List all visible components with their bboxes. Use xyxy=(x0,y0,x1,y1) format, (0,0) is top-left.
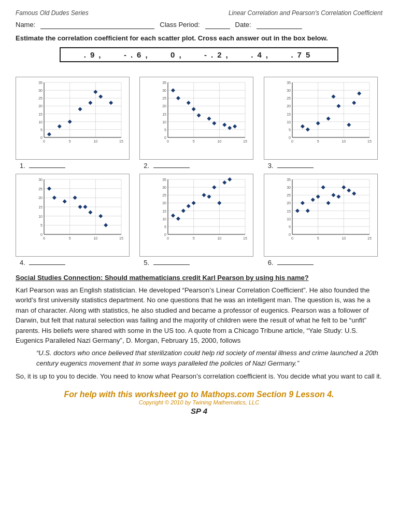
svg-marker-101 xyxy=(336,104,340,108)
svg-marker-33 xyxy=(109,101,113,105)
svg-marker-60 xyxy=(171,88,175,92)
svg-marker-207 xyxy=(326,201,330,205)
svg-text:20: 20 xyxy=(38,104,42,108)
graph-label-6: 6. xyxy=(268,259,314,267)
svg-text:0: 0 xyxy=(167,139,169,143)
graph-label-3: 3. xyxy=(268,162,314,170)
svg-marker-166 xyxy=(181,209,186,213)
series-title: Famous Old Dudes Series xyxy=(16,9,89,17)
svg-marker-134 xyxy=(83,205,87,209)
svg-text:10: 10 xyxy=(218,236,222,240)
graph-cell-1: 051015202530350510151. xyxy=(16,77,134,170)
svg-marker-97 xyxy=(305,128,309,132)
answer-box: .9, -.6, 0, -.2, .4, .75 xyxy=(60,47,338,62)
social-quote: “U.S. doctors who once believed that ste… xyxy=(36,348,382,370)
svg-text:5: 5 xyxy=(193,236,195,240)
svg-marker-129 xyxy=(47,187,51,191)
social-title: Social Studies Connection: Should mathem… xyxy=(16,273,382,283)
svg-text:5: 5 xyxy=(289,128,291,132)
svg-text:0: 0 xyxy=(43,236,45,240)
svg-marker-204 xyxy=(310,198,315,202)
svg-marker-103 xyxy=(352,101,356,105)
svg-text:15: 15 xyxy=(38,113,42,116)
svg-marker-169 xyxy=(202,193,206,197)
svg-text:10: 10 xyxy=(163,120,167,124)
svg-text:25: 25 xyxy=(287,96,291,100)
svg-text:10: 10 xyxy=(218,139,222,143)
svg-text:20: 20 xyxy=(287,201,291,205)
svg-text:5: 5 xyxy=(164,225,166,229)
svg-text:0: 0 xyxy=(291,236,293,240)
svg-text:15: 15 xyxy=(287,113,291,116)
graph-label-2: 2. xyxy=(144,162,189,170)
svg-marker-135 xyxy=(88,211,92,215)
svg-text:25: 25 xyxy=(163,96,167,100)
svg-text:25: 25 xyxy=(38,96,42,100)
svg-marker-131 xyxy=(63,199,67,203)
svg-text:35: 35 xyxy=(38,81,42,85)
svg-marker-63 xyxy=(192,107,196,111)
svg-text:20: 20 xyxy=(163,201,167,205)
svg-marker-165 xyxy=(176,217,180,221)
svg-text:30: 30 xyxy=(38,178,42,181)
svg-text:0: 0 xyxy=(164,233,166,236)
svg-text:0: 0 xyxy=(40,136,42,139)
svg-marker-173 xyxy=(223,180,227,185)
svg-marker-132 xyxy=(73,195,77,200)
svg-marker-104 xyxy=(357,91,361,95)
svg-text:10: 10 xyxy=(93,236,97,240)
svg-marker-28 xyxy=(68,120,72,124)
svg-marker-133 xyxy=(78,205,82,209)
social-closing: So, it is up to you to decide. You need … xyxy=(16,371,382,382)
graph-5: 05101520253035051015 xyxy=(139,174,253,257)
instructions: Estimate the correlation coefficient for… xyxy=(16,34,382,42)
class-label: Class Period: xyxy=(160,21,200,29)
svg-text:15: 15 xyxy=(119,139,123,143)
date-field[interactable] xyxy=(257,21,302,29)
graph-cell-2: 051015202530350510152. xyxy=(139,77,258,170)
svg-marker-69 xyxy=(233,124,237,129)
svg-text:15: 15 xyxy=(163,209,167,213)
svg-text:30: 30 xyxy=(287,186,291,189)
svg-text:15: 15 xyxy=(367,139,372,143)
svg-text:15: 15 xyxy=(163,113,167,116)
svg-text:30: 30 xyxy=(163,89,167,92)
svg-marker-99 xyxy=(326,117,330,121)
name-field[interactable] xyxy=(40,21,154,29)
graph-label-4: 4. xyxy=(20,259,65,267)
svg-marker-208 xyxy=(331,193,335,197)
svg-marker-67 xyxy=(223,123,227,127)
svg-marker-202 xyxy=(301,201,305,205)
svg-text:15: 15 xyxy=(38,205,42,209)
svg-text:5: 5 xyxy=(317,236,319,240)
svg-text:15: 15 xyxy=(367,236,372,240)
svg-marker-206 xyxy=(321,185,325,189)
svg-marker-168 xyxy=(192,201,196,205)
svg-text:10: 10 xyxy=(38,215,42,218)
svg-text:20: 20 xyxy=(38,196,42,200)
svg-text:35: 35 xyxy=(163,81,167,85)
svg-text:30: 30 xyxy=(287,89,291,92)
graph-cell-3: 051015202530350510153. xyxy=(264,77,382,170)
svg-marker-137 xyxy=(104,223,108,227)
svg-marker-30 xyxy=(88,101,92,105)
svg-text:5: 5 xyxy=(69,236,71,240)
svg-text:15: 15 xyxy=(243,139,247,143)
graph-6: 05101520253035051015 xyxy=(264,174,378,257)
graph-1: 05101520253035051015 xyxy=(16,77,130,160)
class-field[interactable] xyxy=(205,21,230,29)
svg-text:5: 5 xyxy=(40,223,42,227)
svg-text:20: 20 xyxy=(287,104,291,108)
footer-page: SP 4 xyxy=(16,407,382,415)
graph-4: 051015202530051015 xyxy=(16,174,130,257)
svg-text:5: 5 xyxy=(40,128,42,132)
social-body: Karl Pearson was an English statistician… xyxy=(16,285,382,346)
svg-text:5: 5 xyxy=(193,139,195,143)
svg-marker-211 xyxy=(347,188,351,192)
svg-text:5: 5 xyxy=(289,225,291,229)
svg-text:25: 25 xyxy=(38,187,42,191)
svg-marker-172 xyxy=(218,201,222,205)
svg-text:10: 10 xyxy=(163,217,167,221)
svg-text:10: 10 xyxy=(287,120,291,124)
name-label: Name: xyxy=(16,21,35,29)
